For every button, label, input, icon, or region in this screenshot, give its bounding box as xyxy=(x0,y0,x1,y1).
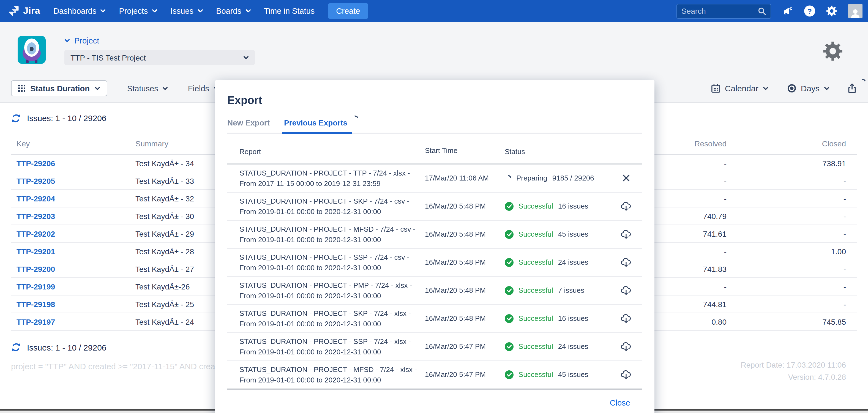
success-check-icon xyxy=(505,314,514,323)
calendar-icon xyxy=(711,84,720,93)
nav-item-dashboards[interactable]: Dashboards xyxy=(53,7,106,15)
export-status-detail: 7 issues xyxy=(558,286,584,294)
export-row: STATUS_DURATION - PROJECT - PMP - 7/24 -… xyxy=(227,277,642,305)
download-export-icon[interactable] xyxy=(619,284,632,296)
cancel-export-icon[interactable] xyxy=(621,173,630,183)
help-icon[interactable]: ? xyxy=(804,5,815,17)
issue-key-link[interactable]: TTP-29206 xyxy=(17,159,55,168)
download-export-icon[interactable] xyxy=(619,340,632,352)
project-avatar xyxy=(18,36,46,64)
user-avatar[interactable] xyxy=(848,4,863,18)
issue-key-link[interactable]: TTP-29202 xyxy=(17,229,55,238)
report-type-label: Status Duration xyxy=(30,84,90,93)
issue-key-link[interactable]: TTP-29200 xyxy=(17,264,55,273)
export-row: STATUS_DURATION - PROJECT - SSP - 7/24 -… xyxy=(227,332,642,361)
success-check-icon xyxy=(505,258,514,266)
project-select[interactable]: TTP - TIS Test Project xyxy=(64,50,255,65)
export-report-name: STATUS_DURATION - PROJECT - SKP - 7/24 -… xyxy=(240,196,425,217)
export-table-header: Report Start Time Status xyxy=(227,133,642,164)
issue-key-link[interactable]: TTP-29197 xyxy=(17,317,55,326)
download-export-icon[interactable] xyxy=(619,256,632,268)
issue-key-link[interactable]: TTP-29201 xyxy=(17,247,55,256)
export-status-detail: 45 issues xyxy=(558,230,588,238)
settings-gear-icon[interactable] xyxy=(826,5,837,17)
export-status-detail: 16 issues xyxy=(558,314,588,322)
issues-count-label: Issues: 1 - 10 / 29206 xyxy=(27,114,106,123)
download-export-icon[interactable] xyxy=(619,200,632,212)
issue-key-link[interactable]: TTP-29204 xyxy=(17,194,55,203)
export-status-detail: 9185 / 29206 xyxy=(552,174,594,182)
issue-closed-value: 1.00 xyxy=(738,243,857,260)
announcements-icon[interactable] xyxy=(782,5,793,17)
export-row: STATUS_DURATION - PROJECT - SKP - 7/24 -… xyxy=(227,305,642,332)
issue-key-link[interactable]: TTP-29199 xyxy=(17,282,55,291)
export-status: Successful 24 issues xyxy=(505,342,609,351)
col-header-key[interactable]: Key xyxy=(11,137,130,154)
export-row: STATUS_DURATION - PROJECT - MFSD - 7/24 … xyxy=(227,361,642,388)
col-header-report: Report xyxy=(240,146,425,157)
create-button[interactable]: Create xyxy=(328,3,368,19)
tab-new-export[interactable]: New Export xyxy=(227,118,270,132)
issue-key-link[interactable]: TTP-29198 xyxy=(17,299,55,309)
export-report-name: STATUS_DURATION - PROJECT - SKP - 7/24 -… xyxy=(240,308,425,329)
export-start-time: 16/Mar/20 5:47 PM xyxy=(425,370,505,379)
issue-closed-value: - xyxy=(738,260,857,278)
search-input[interactable] xyxy=(681,7,758,15)
nav-item-projects[interactable]: Projects xyxy=(119,7,157,15)
download-export-icon[interactable] xyxy=(619,312,632,324)
export-start-time: 16/Mar/20 5:48 PM xyxy=(425,286,505,294)
nav-item-time-in-status[interactable]: Time in Status xyxy=(264,7,315,15)
calendar-dropdown[interactable]: Calendar xyxy=(711,84,768,93)
report-settings-gear-icon[interactable] xyxy=(823,41,843,63)
refresh-icon[interactable] xyxy=(11,113,21,123)
export-spinner xyxy=(858,77,867,86)
fields-dropdown[interactable]: Fields xyxy=(188,84,219,93)
report-type-button[interactable]: Status Duration xyxy=(11,81,107,96)
export-status-label: Successful xyxy=(519,230,553,238)
eye-icon xyxy=(787,84,797,93)
nav-item-issues[interactable]: Issues xyxy=(170,7,203,15)
modal-close-button[interactable]: Close xyxy=(610,398,630,407)
search-box xyxy=(677,4,771,19)
search-icon xyxy=(758,7,766,15)
export-row: STATUS_DURATION - PROJECT - TTP - 7/24 -… xyxy=(227,164,642,192)
download-export-icon[interactable] xyxy=(619,369,632,381)
export-modal: Export New Export Previous Exports Repor… xyxy=(215,80,654,413)
export-start-time: 16/Mar/20 5:48 PM xyxy=(425,230,505,238)
days-dropdown[interactable]: Days xyxy=(787,84,830,93)
export-table-body: STATUS_DURATION - PROJECT - TTP - 7/24 -… xyxy=(227,164,642,390)
modal-title: Export xyxy=(227,94,642,106)
export-status-label: Preparing xyxy=(516,174,547,182)
download-export-icon[interactable] xyxy=(619,228,632,240)
refresh-icon[interactable] xyxy=(11,342,21,352)
success-check-icon xyxy=(505,342,514,351)
export-report-name: STATUS_DURATION - PROJECT - MFSD - 7/24 … xyxy=(240,364,425,385)
jira-logo-icon xyxy=(8,5,20,17)
export-start-time: 16/Mar/20 5:48 PM xyxy=(425,202,505,210)
export-status-detail: 24 issues xyxy=(558,258,588,266)
main-menu: Dashboards Projects Issues Boards Time i… xyxy=(40,7,315,15)
project-section-toggle[interactable]: Project xyxy=(64,36,255,45)
export-button[interactable] xyxy=(847,83,857,94)
success-check-icon xyxy=(505,202,514,211)
col-header-status: Status xyxy=(505,146,609,157)
jira-logo-text: Jira xyxy=(23,5,40,17)
jira-logo[interactable]: Jira xyxy=(8,5,40,17)
export-status-detail: 24 issues xyxy=(558,342,588,351)
export-status: Preparing 9185 / 29206 xyxy=(505,174,609,182)
report-version: Version: 4.7.0.28 xyxy=(741,371,846,383)
issue-key-link[interactable]: TTP-29205 xyxy=(17,177,55,185)
export-status-label: Successful xyxy=(519,286,553,294)
nav-item-boards[interactable]: Boards xyxy=(216,7,251,15)
export-status-label: Successful xyxy=(519,202,553,210)
preparing-spinner xyxy=(503,173,513,183)
statuses-dropdown[interactable]: Statuses xyxy=(127,84,168,93)
export-status: Successful 16 issues xyxy=(505,314,609,323)
export-status: Successful 7 issues xyxy=(505,286,609,295)
col-header-closed[interactable]: Closed xyxy=(738,137,857,154)
issue-key-link[interactable]: TTP-29203 xyxy=(17,212,55,220)
export-status-detail: 16 issues xyxy=(558,202,588,210)
export-icon xyxy=(847,83,857,94)
tab-previous-exports[interactable]: Previous Exports xyxy=(284,118,347,132)
col-header-start-time: Start Time xyxy=(425,146,505,157)
